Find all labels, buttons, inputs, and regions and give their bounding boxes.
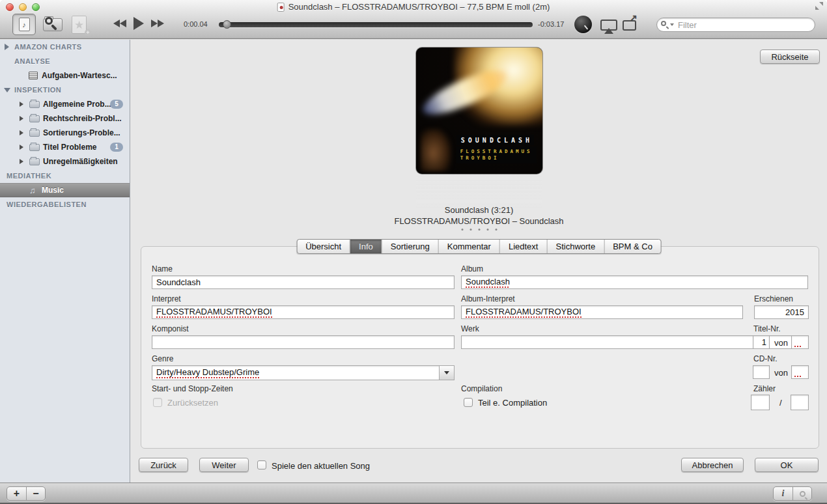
komponist-field[interactable] <box>152 335 455 349</box>
music-document-icon: ♪ <box>19 18 30 31</box>
rewind-button[interactable] <box>113 20 126 27</box>
compilation-label: Compilation <box>461 384 502 393</box>
cd-nr-label: CD-Nr. <box>753 354 778 363</box>
fast-forward-button[interactable] <box>151 20 164 27</box>
cd-nr-total-field[interactable] <box>791 365 809 379</box>
sidebar-header-amazon-charts: AMAZON CHARTS <box>0 40 130 54</box>
play-button[interactable] <box>133 17 144 30</box>
inspect-library-button[interactable] <box>40 14 66 35</box>
chevron-down-icon <box>444 371 449 374</box>
album-artwork-image: SOUNDCLASH FLOSSTRADAMUS TROYBOI <box>416 48 542 174</box>
folder-icon <box>29 101 40 108</box>
seek-thumb[interactable] <box>223 20 231 29</box>
artwork-page-dots[interactable] <box>461 229 497 231</box>
zaehler-label: Zähler <box>753 384 776 393</box>
tab-bpm-co[interactable]: BPM & Co <box>604 240 661 253</box>
sidebar-header-mediathek: MEDIATHEK <box>0 169 130 183</box>
sidebar-item-sortierungs-probleme[interactable]: Sortierungs-Proble... <box>0 126 130 140</box>
titel-nr-field[interactable]: 1 <box>753 335 770 349</box>
sidebar-item-rechtschreib-probleme[interactable]: Rechtschreib-Probl... <box>0 111 130 126</box>
info-icon: i <box>782 488 785 499</box>
tab-sortierung[interactable]: Sortierung <box>382 240 438 253</box>
disclosure-collapsed-icon[interactable] <box>20 116 23 121</box>
track-document-icon <box>277 3 285 12</box>
plus-badge-icon: + <box>85 29 91 36</box>
artwork-artist1-text: FLOSSTRADAMUS <box>460 148 533 155</box>
disclosure-collapsed-icon[interactable] <box>5 44 9 50</box>
main-content: Rückseite SOUNDCLASH FLOSSTRADAMUS TROYB… <box>131 40 827 483</box>
seek-slider[interactable] <box>219 22 533 27</box>
name-field[interactable]: Soundclash <box>152 275 455 289</box>
artwork-reflection: SOUNDCLASH FLOSSTRADAMUS TROYBOI <box>416 175 542 208</box>
genre-combobox[interactable]: Dirty/Heavy Dubstep/Grime <box>152 365 455 380</box>
sidebar-item-unregelmaessigkeiten[interactable]: Unregelmäßigkeiten <box>0 154 130 169</box>
zaehler-total-field[interactable] <box>791 395 809 410</box>
sidebar-item-titel-probleme[interactable]: Titel Probleme 1 <box>0 140 130 154</box>
disclosure-collapsed-icon[interactable] <box>20 102 23 107</box>
close-button[interactable] <box>6 3 14 11</box>
share-icon[interactable]: ↗ <box>623 20 636 31</box>
filter-input[interactable] <box>656 18 815 32</box>
name-label: Name <box>152 264 173 273</box>
abbrechen-button[interactable]: Abbrechen <box>681 458 744 472</box>
tab-uebersicht[interactable]: Übersicht <box>297 240 350 253</box>
tab-info[interactable]: Info <box>350 240 382 253</box>
fullscreen-icon[interactable] <box>815 2 823 10</box>
tab-liedtext[interactable]: Liedtext <box>499 240 547 253</box>
add-button[interactable]: + <box>7 487 26 500</box>
weiter-button[interactable]: Weiter <box>199 458 249 472</box>
add-remove-segment: + − <box>7 486 46 501</box>
minimize-button[interactable] <box>19 3 27 11</box>
info-panel-button[interactable]: ♪ <box>12 14 36 35</box>
tab-stichworte[interactable]: Stichworte <box>546 240 604 253</box>
disclosure-collapsed-icon[interactable] <box>20 159 23 164</box>
traffic-lights <box>6 3 40 11</box>
window-title-text: Soundclash – FLOSSTRADAMUS/TROYBOI – 77,… <box>288 2 550 12</box>
titel-nr-total-field[interactable] <box>791 335 809 349</box>
zurueck-button[interactable]: Zurück <box>139 458 188 472</box>
volume-knob-icon[interactable] <box>574 16 592 33</box>
search-options-caret-icon[interactable] <box>670 23 674 26</box>
titel-nr-label: Titel-Nr. <box>753 324 781 333</box>
sidebar-item-allgemeine-probleme[interactable]: Allgemeine Prob... 5 <box>0 97 130 111</box>
folder-icon <box>29 130 40 137</box>
info-button[interactable]: i <box>774 487 792 500</box>
artwork-artist2-text: TROYBOI <box>460 155 533 161</box>
cd-nr-field[interactable] <box>753 365 770 379</box>
play-current-song-checkbox[interactable] <box>257 460 266 469</box>
rueckseite-button[interactable]: Rückseite <box>760 49 820 64</box>
airplay-icon[interactable] <box>600 20 617 31</box>
tab-bar: Übersicht Info Sortierung Kommentar Lied… <box>296 239 662 254</box>
disclosure-expanded-icon[interactable] <box>4 88 10 92</box>
time-remaining: -0:03.17 <box>538 20 564 28</box>
sidebar-item-music[interactable]: ♫ Music <box>0 183 130 197</box>
task-list-icon <box>29 72 38 79</box>
compilation-checkbox[interactable] <box>464 398 473 407</box>
tab-kommentar[interactable]: Kommentar <box>438 240 499 253</box>
share-arrow-icon: ↗ <box>629 12 638 24</box>
count-badge: 1 <box>110 143 123 152</box>
album-label: Album <box>461 264 483 273</box>
album-interpret-field[interactable]: FLOSSTRADAMUS/TROYBOI <box>461 305 743 319</box>
genre-dropdown-button[interactable] <box>439 366 454 380</box>
disclosure-collapsed-icon[interactable] <box>20 130 23 135</box>
search-button[interactable] <box>792 487 811 500</box>
minus-icon: − <box>33 487 38 500</box>
album-field[interactable]: Soundclash <box>461 275 808 289</box>
ok-button[interactable]: OK <box>755 458 819 472</box>
filter-field-wrap <box>656 18 815 32</box>
start-stopp-label: Start- und Stopp-Zeiten <box>152 384 233 393</box>
window-title: Soundclash – FLOSSTRADAMUS/TROYBOI – 77,… <box>277 2 550 12</box>
artwork-title-text: SOUNDCLASH <box>456 135 534 145</box>
remove-button[interactable]: − <box>26 487 45 500</box>
zaehler-field[interactable] <box>751 395 770 410</box>
komponist-label: Komponist <box>152 324 189 333</box>
disclosure-collapsed-icon[interactable] <box>20 145 23 150</box>
zoom-button[interactable] <box>32 3 40 11</box>
now-playing-title: Soundclash (3:21) <box>284 204 675 216</box>
erschienen-field[interactable]: 2015 <box>754 305 809 319</box>
interpret-field[interactable]: FLOSSTRADAMUS/TROYBOI <box>152 305 455 319</box>
sidebar-item-aufgaben-warteschlange[interactable]: Aufgaben-Wartesc... <box>0 68 130 83</box>
interpret-label: Interpret <box>152 294 181 303</box>
new-smart-item-button[interactable]: ★ + <box>69 15 91 36</box>
